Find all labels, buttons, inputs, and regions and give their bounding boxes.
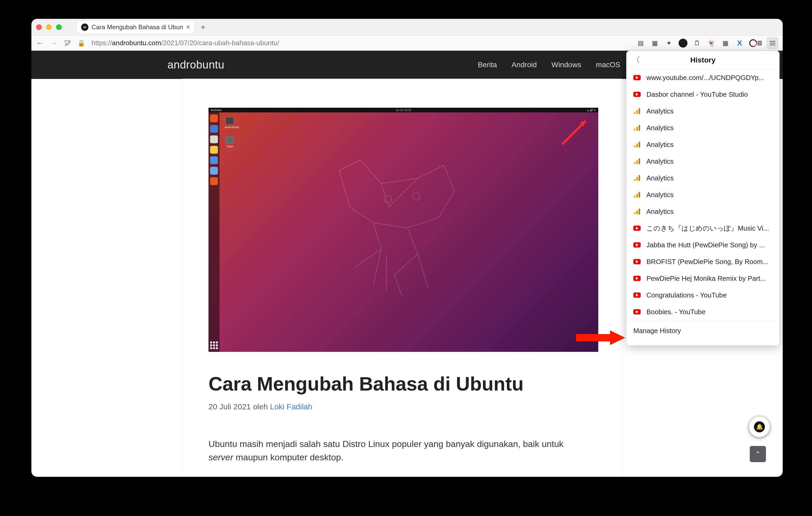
nav-macos[interactable]: macOS [588, 51, 628, 79]
svg-point-2 [384, 195, 392, 203]
hero-dock [208, 113, 220, 352]
history-item[interactable]: Analytics [627, 119, 779, 136]
history-item-label: Analytics [646, 107, 674, 115]
history-item[interactable]: このきち『はじめのいっぽ』Music Vi... [627, 220, 779, 237]
extension-pie-icon[interactable]: 0 [749, 39, 762, 47]
nav-windows[interactable]: Windows [544, 51, 588, 79]
history-item[interactable]: Jabba the Hutt (PewDiePie Song) by ... [627, 237, 779, 253]
url-field[interactable]: https://androbuntu.com/2021/07/20/cara-u… [92, 39, 279, 47]
history-item-label: Analytics [646, 124, 674, 132]
hero-apps-icon [210, 341, 218, 349]
history-item[interactable]: Analytics [627, 186, 779, 203]
hero-desktop-folder: androbuntu [225, 117, 235, 129]
lock-icon[interactable]: 🔒 [78, 39, 85, 47]
history-item[interactable]: PewDiePie Hej Monika Remix by Part... [627, 270, 779, 287]
hero-activities: Activities [210, 109, 222, 112]
analytics-icon [633, 175, 641, 181]
svg-point-3 [413, 193, 420, 200]
back-button[interactable]: ← [36, 39, 44, 48]
history-item[interactable]: Boobies. - YouTube [627, 303, 779, 320]
scroll-top-button[interactable]: ⌃ [750, 446, 766, 462]
history-back-button[interactable]: 〈 [632, 55, 640, 65]
history-item-label: Analytics [646, 191, 674, 199]
window-controls [36, 24, 62, 30]
article-title: Cara Mengubah Bahasa di Ubuntu [208, 373, 596, 395]
history-item-label: www.youtube.com/.../UCNDPQGDYp... [646, 74, 764, 82]
zoom-window-button[interactable] [56, 24, 62, 30]
reader-icon[interactable]: ▤ [636, 39, 645, 48]
hero-topbar: Activities Jul 16 19:23 ▴ 🔊 ▾ [208, 108, 598, 113]
history-item[interactable]: Dasbor channel - YouTube Studio [627, 86, 779, 103]
history-item[interactable]: Analytics [627, 103, 779, 119]
site-logo[interactable]: androbuntu [167, 59, 225, 71]
history-item-label: Analytics [646, 174, 674, 182]
extension-ghost-icon[interactable]: 👻 [707, 39, 716, 48]
analytics-icon [633, 125, 641, 131]
forward-button: → [50, 39, 58, 48]
close-window-button[interactable] [36, 24, 42, 30]
history-header: 〈 History [627, 51, 779, 69]
history-item-label: このきち『はじめのいっぽ』Music Vi... [646, 224, 769, 233]
history-item[interactable]: Analytics [627, 170, 779, 186]
article-meta: 20 Juli 2021 oleh Loki Fadilah [208, 402, 596, 411]
hero-wallpaper-cat [308, 155, 507, 301]
favicon-icon: ∞ [81, 24, 88, 31]
history-item[interactable]: Analytics [627, 153, 779, 170]
app-menu-button[interactable] [767, 38, 778, 49]
dock-icon [210, 125, 218, 133]
address-bar: ← → 🛡 🔒 https://androbuntu.com/2021/07/2… [31, 35, 783, 51]
youtube-icon [633, 259, 641, 265]
extension-note-icon[interactable]: 🗒 [693, 39, 702, 48]
dock-icon [210, 167, 218, 175]
youtube-icon [633, 292, 641, 298]
active-tab[interactable]: ∞ Cara Mengubah Bahasa di Ubun × [77, 21, 194, 33]
history-item-label: Analytics [646, 208, 674, 216]
manage-history-button[interactable]: Manage History [627, 320, 779, 341]
history-item[interactable]: Congratulations - YouTube [627, 287, 779, 303]
analytics-icon [633, 158, 641, 164]
tab-strip: ∞ Cara Mengubah Bahasa di Ubun × ＋ [31, 19, 783, 35]
history-item[interactable]: Analytics [627, 203, 779, 220]
browser-window: ∞ Cara Mengubah Bahasa di Ubun × ＋ ← → 🛡… [31, 19, 783, 477]
tab-title: Cara Mengubah Bahasa di Ubun [92, 24, 183, 31]
nav-berita[interactable]: Berita [470, 51, 504, 79]
article-card: Activities Jul 16 19:23 ▴ 🔊 ▾ androbuntu… [182, 79, 622, 477]
history-item-label: Dasbor channel - YouTube Studio [646, 90, 748, 98]
extension-apps-icon[interactable]: ▦ [721, 39, 730, 48]
dock-icon [210, 146, 218, 154]
minimize-window-button[interactable] [46, 24, 52, 30]
history-title: History [690, 56, 716, 64]
annotation-arrow [576, 330, 626, 345]
analytics-icon [633, 192, 641, 198]
notification-bell-button[interactable]: 🔔 [749, 417, 770, 437]
youtube-icon [633, 275, 641, 281]
article-author[interactable]: Loki Fadilah [270, 402, 312, 411]
tab-close-icon[interactable]: × [186, 23, 190, 31]
url-scheme: https:// [92, 39, 112, 47]
nav-android[interactable]: Android [504, 51, 544, 79]
history-list: www.youtube.com/.../UCNDPQGDYp...Dasbor … [627, 69, 779, 320]
youtube-icon [633, 75, 641, 81]
youtube-icon [633, 242, 641, 248]
history-item-label: Analytics [646, 157, 674, 165]
history-item[interactable]: BROFIST (PewDiePie Song, By Room... [627, 253, 779, 270]
extension-round-icon[interactable] [678, 39, 688, 48]
extension-strip: ▤ ▦ ✦ 🗒 👻 ▦ X 0 [636, 38, 778, 49]
history-item[interactable]: www.youtube.com/.../UCNDPQGDYp... [627, 69, 779, 86]
extension-x-icon[interactable]: X [735, 39, 744, 48]
dock-icon [210, 135, 218, 143]
history-item-label: Jabba the Hutt (PewDiePie Song) by ... [646, 241, 765, 249]
url-path: /2021/07/20/cara-ubah-bahasa-ubuntu/ [161, 39, 279, 47]
history-item-label: Boobies. - YouTube [646, 308, 705, 316]
history-item[interactable]: Analytics [627, 136, 779, 153]
hero-sys-icons: ▴ 🔊 ▾ [587, 109, 596, 112]
hero-desktop-trash: Trash [225, 136, 235, 148]
shield-off-icon[interactable]: 🛡 [64, 39, 71, 47]
article-date: 20 Juli 2021 [208, 402, 251, 411]
history-item-label: BROFIST (PewDiePie Song, By Room... [646, 258, 768, 266]
youtube-icon [633, 225, 641, 231]
star-icon[interactable]: ✦ [664, 39, 673, 48]
history-item-label: PewDiePie Hej Monika Remix by Part... [646, 274, 766, 282]
new-tab-button[interactable]: ＋ [199, 22, 207, 32]
grid-icon[interactable]: ▦ [650, 39, 659, 48]
